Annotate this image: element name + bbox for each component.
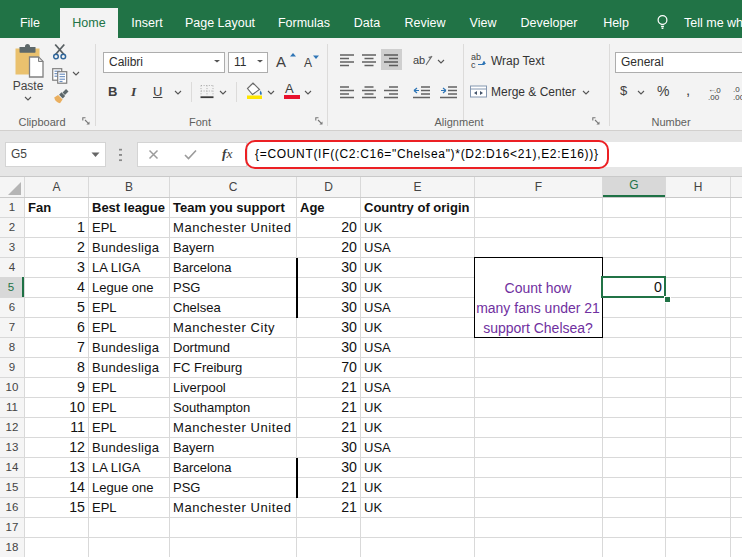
svg-text:.00: .00 xyxy=(733,93,742,102)
svg-text:ab: ab xyxy=(413,54,425,66)
svg-text:c: c xyxy=(471,60,476,70)
svg-text:.00: .00 xyxy=(708,93,720,102)
